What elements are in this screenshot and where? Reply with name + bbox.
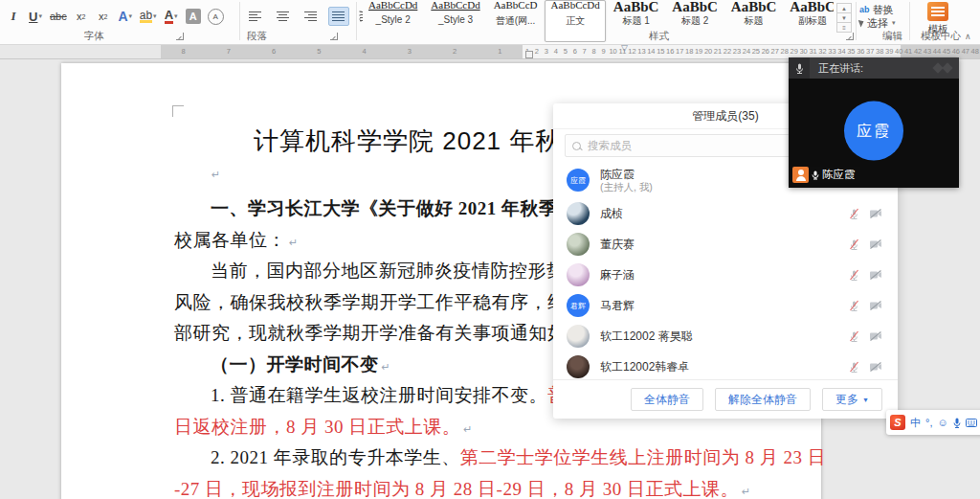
paragraph-group-label: 段落 [247, 30, 267, 43]
sogou-logo[interactable]: S [890, 415, 905, 430]
soft-keyboard-icon[interactable] [966, 419, 977, 427]
emoji-icon[interactable]: ☺ [937, 418, 947, 428]
font-color-icon: A [165, 10, 173, 24]
group-separator [239, 2, 240, 40]
font-dialog-launcher-icon[interactable] [176, 33, 184, 40]
align-left-button[interactable] [245, 7, 266, 26]
text-effects-icon: A [118, 9, 127, 24]
search-icon [572, 142, 581, 150]
style-chip[interactable]: AaBbC标题 [725, 0, 783, 42]
member-name: 麻子涵 [600, 268, 635, 282]
camera-off-icon[interactable] [869, 330, 882, 342]
more-button[interactable]: 更多▼ [822, 388, 882, 411]
doc-line: 2. 2021 年录取的专升本学生、第二学士学位学生线上注册时间为 8 月 23… [211, 445, 829, 470]
punctuation-icon[interactable]: °, [925, 418, 932, 428]
replace-button[interactable]: ab替换 [859, 3, 896, 16]
camera-off-icon[interactable] [869, 269, 882, 281]
strikethrough-button[interactable]: abc [50, 7, 67, 26]
camera-off-icon[interactable] [869, 208, 882, 219]
meeting-video-window[interactable]: 正在讲话: 应霞 陈应霞 [789, 57, 959, 188]
doc-line: 部研究，现就秋季学期开学准备有关事项通知如下。↵ [174, 321, 615, 346]
member-row[interactable]: 麻子涵 [553, 260, 898, 290]
text-boundary-mark [172, 105, 184, 117]
gallery-scroll-down-icon[interactable]: ▼ [836, 13, 852, 23]
member-name: 软工12002 蒋昊聪 [600, 329, 693, 343]
styles-gallery-scroll: ▲ ▼ ≡ [836, 3, 850, 33]
enclose-character-icon: A [208, 9, 224, 25]
style-chip-selected[interactable]: AaBbCcDd正文 [545, 0, 605, 42]
font-color-button[interactable]: A▾ [164, 7, 179, 26]
member-name: 成桢 [600, 207, 623, 220]
gallery-scroll-up-icon[interactable]: ▲ [836, 3, 852, 13]
template-icon [927, 2, 948, 21]
member-list: 应霞 陈应霞 (主持人, 我) 成桢 董庆赛 [553, 160, 898, 379]
pilcrow-mark: ↵ [212, 169, 220, 181]
doc-line: -27 日，现场报到注册时间为 8 月 28 日-29 日，8 月 30 日正式… [174, 477, 751, 499]
select-button[interactable]: 选择▾ [859, 16, 896, 30]
speaking-label: 正在讲话: [818, 61, 863, 76]
mic-muted-icon[interactable] [848, 300, 860, 312]
member-row[interactable]: 董庆赛 [553, 229, 898, 260]
style-chip[interactable]: AaBbC副标题 [784, 0, 834, 42]
mic-icon [789, 57, 810, 79]
style-chip[interactable]: AaBbCcDd_Style 2 [363, 0, 423, 42]
italic-button[interactable]: I [6, 7, 21, 26]
avatar: 君辉 [567, 294, 590, 317]
member-row[interactable]: 软工12002韩睿卓 [553, 352, 898, 379]
style-chip[interactable]: AaBbCcD普通(网... [488, 0, 544, 42]
camera-off-icon[interactable] [869, 238, 882, 250]
unmute-all-button[interactable]: 解除全体静音 [715, 388, 811, 411]
mic-muted-icon[interactable] [848, 208, 860, 220]
video-area: 应霞 陈应霞 [789, 79, 959, 188]
member-name: 马君辉 [600, 299, 635, 312]
enclose-character-button[interactable]: A [208, 7, 224, 26]
paragraph-dialog-launcher-icon[interactable] [330, 33, 338, 40]
styles-group-label: 样式 [649, 30, 669, 43]
camera-off-icon[interactable] [869, 361, 882, 373]
avatar [567, 233, 590, 256]
style-chip[interactable]: AaBbC标题 2 [666, 0, 724, 42]
member-row[interactable]: 成桢 [553, 198, 898, 229]
character-shading-icon: A [186, 9, 201, 24]
group-separator [909, 2, 910, 40]
member-row[interactable]: 君辉 马君辉 [553, 290, 898, 321]
doc-line: 校属各单位：↵ [174, 228, 299, 253]
mic-muted-icon[interactable] [848, 361, 860, 374]
styles-dialog-launcher-icon[interactable] [846, 33, 854, 40]
gallery-expand-icon[interactable]: ≡ [836, 23, 852, 33]
member-row[interactable]: 软工12002 蒋昊聪 [553, 321, 898, 352]
mic-muted-icon[interactable] [848, 330, 860, 343]
member-name: 陈应霞 [600, 168, 653, 181]
mic-muted-icon[interactable] [848, 238, 860, 251]
align-right-icon [303, 11, 318, 22]
superscript-button[interactable]: x2 [96, 7, 111, 26]
left-indent-marker[interactable] [525, 51, 533, 58]
align-center-button[interactable] [273, 7, 294, 26]
align-right-button[interactable] [301, 7, 322, 26]
speaker-name: 陈应霞 [822, 168, 856, 182]
text-effects-button[interactable]: A▾ [118, 7, 133, 26]
justify-icon [331, 11, 345, 22]
avatar [567, 325, 590, 348]
character-shading-button[interactable]: A [186, 7, 201, 26]
subscript-button[interactable]: x2 [74, 7, 89, 26]
word-ribbon: I U▾ abc x2 x2 A▾ ab▾ A▾ A A ▾ ▾ ▾ 字体 段落… [0, 0, 980, 45]
style-chip[interactable]: AaBbCcDd_Style 3 [425, 0, 485, 42]
mute-all-button[interactable]: 全体静音 [631, 388, 703, 411]
replace-icon: ab [859, 5, 870, 14]
highlight-button[interactable]: ab▾ [140, 7, 157, 26]
mic-muted-icon[interactable] [848, 269, 860, 282]
chinese-mode-icon[interactable]: 中 [910, 418, 921, 428]
avatar [567, 263, 590, 286]
ime-toolbar[interactable]: S 中 °, ☺ ▦ [886, 410, 980, 435]
collapse-ribbon-icon[interactable]: ∧ [965, 32, 971, 41]
host-badge-icon [792, 167, 809, 183]
first-line-indent-marker[interactable]: ▽ [621, 43, 628, 53]
underline-button[interactable]: U▾ [28, 7, 43, 26]
voice-input-icon[interactable] [953, 418, 961, 428]
font-group-label: 字体 [84, 30, 104, 43]
avatar [567, 355, 590, 378]
justify-button[interactable] [328, 7, 349, 26]
camera-off-icon[interactable] [869, 300, 882, 311]
panel-footer: 全体静音 解除全体静音 更多▼ [553, 379, 898, 419]
